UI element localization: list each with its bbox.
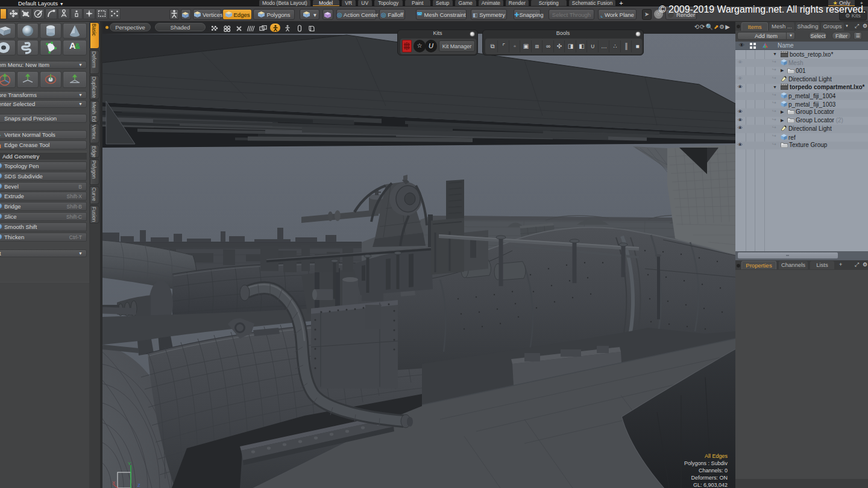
svg-text:X: X	[112, 480, 116, 486]
svg-text:Y: Y	[128, 461, 131, 466]
svg-text:Z: Z	[137, 483, 140, 488]
